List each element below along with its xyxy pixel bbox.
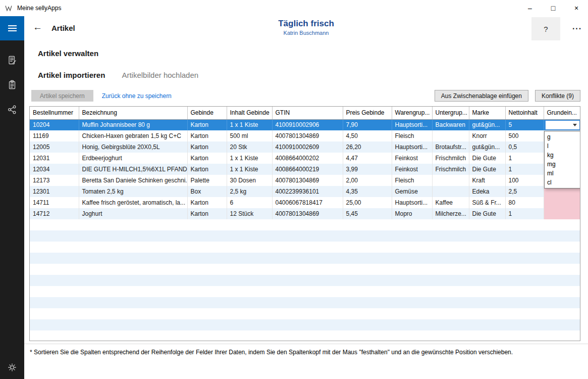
table-cell[interactable]: 14712 xyxy=(30,208,79,219)
table-cell[interactable]: Joghurt xyxy=(79,208,187,219)
table-cell[interactable]: Die Gute xyxy=(469,208,505,219)
column-header[interactable]: Untergrup... xyxy=(432,107,469,119)
table-cell[interactable]: 2,00 xyxy=(343,175,392,186)
table-cell[interactable]: Karton xyxy=(187,141,227,153)
table-cell[interactable] xyxy=(432,175,469,186)
table-cell[interactable] xyxy=(544,208,580,219)
table-cell[interactable]: Kraft xyxy=(469,175,505,186)
table-cell[interactable]: 4002239936101 xyxy=(272,186,343,197)
table-cell[interactable]: 14711 xyxy=(30,197,79,208)
table-cell[interactable]: Karton xyxy=(187,119,227,130)
tab-artikelbilder-hochladen[interactable]: Artikelbilder hochladen xyxy=(122,71,198,79)
table-cell[interactable]: 20 Stk xyxy=(227,141,272,153)
table-cell[interactable]: 12034 xyxy=(30,164,79,175)
gear-icon[interactable] xyxy=(7,362,18,373)
table-cell[interactable]: 5,45 xyxy=(343,208,392,219)
table-cell[interactable]: 1 x 1 Kiste xyxy=(227,119,272,130)
table-cell[interactable]: Kaffee xyxy=(432,197,469,208)
table-cell[interactable]: Hauptsorti... xyxy=(392,197,432,208)
table-cell[interactable]: 12031 xyxy=(30,153,79,164)
table-cell[interactable]: Palette xyxy=(187,175,227,186)
table-cell[interactable]: 500 xyxy=(505,130,544,141)
table-cell[interactable]: 3,99 xyxy=(343,164,392,175)
table-cell[interactable]: 1 xyxy=(505,153,544,164)
table-cell[interactable]: 2,5 xyxy=(505,186,544,197)
table-cell[interactable]: 4,35 xyxy=(343,186,392,197)
table-cell[interactable]: Karton xyxy=(187,208,227,219)
table-cell[interactable]: 30 Dosen xyxy=(227,175,272,186)
back-button[interactable]: ← xyxy=(33,22,42,33)
table-cell[interactable]: 4008664000219 xyxy=(272,164,343,175)
dropdown-option[interactable]: l xyxy=(545,141,580,151)
table-cell[interactable]: 4008664000202 xyxy=(272,153,343,164)
table-cell[interactable]: 10204 xyxy=(30,119,79,130)
table-cell[interactable]: gut&gün... xyxy=(469,119,505,130)
table-cell[interactable]: 500 ml xyxy=(227,130,272,141)
table-row[interactable]: 12173Beretta San Daniele Schinken geschn… xyxy=(30,175,580,186)
paste-from-clipboard-button[interactable]: Aus Zwischenablage einfügen xyxy=(435,90,528,102)
table-cell[interactable]: 4007801304869 xyxy=(272,208,343,219)
column-header[interactable]: Bezeichnung xyxy=(79,107,187,119)
table-cell[interactable] xyxy=(544,119,580,130)
clipboard-icon[interactable] xyxy=(7,79,18,90)
table-cell[interactable]: 12173 xyxy=(30,175,79,186)
dropdown-option[interactable]: mg xyxy=(545,160,580,169)
table-cell[interactable]: Feinkost xyxy=(392,153,432,164)
column-header[interactable]: Inhalt Gebinde xyxy=(227,107,272,119)
table-cell[interactable]: Hauptsorti... xyxy=(392,141,432,153)
table-cell[interactable]: 2,5 kg xyxy=(227,186,272,197)
table-cell[interactable]: 4,50 xyxy=(343,130,392,141)
table-cell[interactable]: Feinkost xyxy=(392,164,432,175)
table-cell[interactable]: 12301 xyxy=(30,186,79,197)
table-cell[interactable]: Die Gute xyxy=(469,164,505,175)
table-cell[interactable]: 1 xyxy=(505,164,544,175)
table-cell[interactable]: 4,47 xyxy=(343,153,392,164)
table-cell[interactable]: 6 xyxy=(227,197,272,208)
table-cell[interactable] xyxy=(432,186,469,197)
table-cell[interactable]: 12 Stück xyxy=(227,208,272,219)
table-cell[interactable]: Karton xyxy=(187,130,227,141)
table-cell[interactable]: Karton xyxy=(187,153,227,164)
table-cell[interactable]: Beretta San Daniele Schinken geschni... xyxy=(79,175,187,186)
table-cell[interactable] xyxy=(544,197,580,208)
column-header[interactable]: Warengrup... xyxy=(392,107,432,119)
table-cell[interactable]: Chicken-Haxen gebraten 1,5 kg C+C xyxy=(79,130,187,141)
column-header[interactable]: Grundein... xyxy=(544,107,580,119)
table-cell[interactable]: 4100910002906 xyxy=(272,119,343,130)
table-cell[interactable]: 5 xyxy=(505,119,544,130)
dropdown-option[interactable]: cl xyxy=(545,178,580,187)
table-row[interactable]: 12034DIE GUTE H-MILCH1,5%6X1L PFANDKarto… xyxy=(30,164,580,175)
table-row[interactable]: 12301Tomaten 2,5 kgBox2,5 kg400223993610… xyxy=(30,186,580,197)
table-cell[interactable]: gut&gün... xyxy=(469,141,505,153)
more-options-button[interactable]: ··· xyxy=(572,24,582,33)
table-cell[interactable] xyxy=(432,130,469,141)
minimize-button[interactable]: – xyxy=(518,0,542,16)
table-cell[interactable]: DIE GUTE H-MILCH1,5%6X1L PFAND xyxy=(79,164,187,175)
maximize-button[interactable]: □ xyxy=(542,0,565,16)
table-cell[interactable]: Honig, Gebirgsblüte 20X0,5L xyxy=(79,141,187,153)
table-cell[interactable]: 1 x 1 Kiste xyxy=(227,164,272,175)
table-cell[interactable]: 1 x 1 Kiste xyxy=(227,153,272,164)
dropdown-option[interactable]: ml xyxy=(545,169,580,178)
column-header[interactable]: GTIN xyxy=(272,107,343,119)
table-cell[interactable]: Karton xyxy=(187,164,227,175)
table-cell[interactable]: Mopro xyxy=(392,208,432,219)
table-row[interactable]: 10204Muffin Johannisbeer 80 gKarton1 x 1… xyxy=(30,119,580,130)
table-row[interactable]: 12031ErdbeerjoghurtKarton1 x 1 Kiste4008… xyxy=(30,153,580,164)
table-cell[interactable]: 4007801304869 xyxy=(272,175,343,186)
table-cell[interactable]: 80 xyxy=(505,197,544,208)
unit-combobox[interactable] xyxy=(545,120,580,130)
column-header[interactable]: Marke xyxy=(469,107,505,119)
table-cell[interactable]: 25,00 xyxy=(343,197,392,208)
dropdown-option[interactable]: kg xyxy=(545,151,580,160)
save-articles-button[interactable]: Artikel speichern xyxy=(31,90,93,102)
table-cell[interactable]: Kaffee frisch geröstet, aromatisch, la..… xyxy=(79,197,187,208)
table-cell[interactable]: Süß & Fr... xyxy=(469,197,505,208)
table-cell[interactable]: Karton xyxy=(187,197,227,208)
table-cell[interactable]: Hauptsorti... xyxy=(392,119,432,130)
table-cell[interactable]: 4007801304869 xyxy=(272,130,343,141)
table-cell[interactable]: Fleisch xyxy=(392,130,432,141)
table-cell[interactable]: Muffin Johannisbeer 80 g xyxy=(79,119,187,130)
menu-icon[interactable] xyxy=(0,16,24,40)
help-button[interactable]: ? xyxy=(531,17,560,40)
